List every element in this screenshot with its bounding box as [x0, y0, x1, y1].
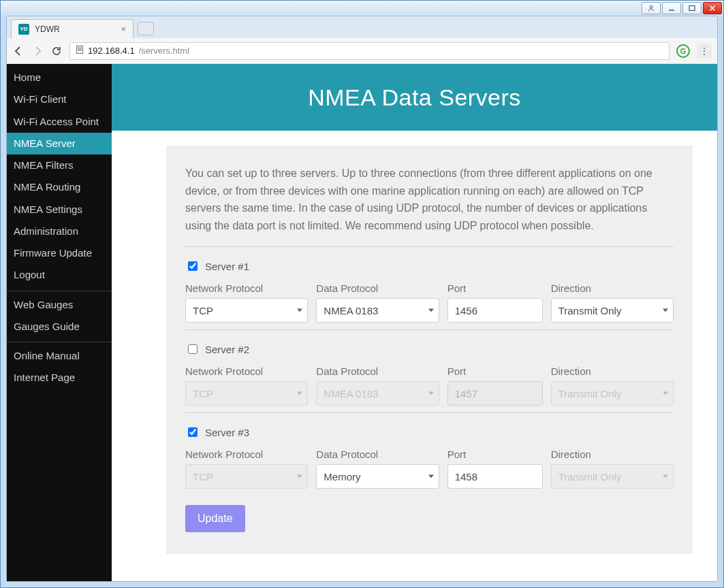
label-port: Port — [447, 448, 543, 460]
page-title: NMEA Data Servers — [308, 84, 521, 111]
close-button[interactable] — [703, 2, 722, 14]
browser-frame: YD YDWR × 192.168.4.1/servers.html — [6, 16, 718, 582]
divider — [185, 246, 674, 247]
url-path: /servers.html — [139, 46, 189, 56]
label-direction: Direction — [551, 282, 674, 294]
sidebar-item-nmea-server[interactable]: NMEA Server — [7, 133, 112, 154]
network-protocol-select[interactable]: TCP — [185, 464, 308, 489]
direction-select[interactable]: Transmit Only — [551, 298, 674, 323]
data-protocol-select[interactable]: NMEA 0183 — [316, 298, 439, 323]
server-enable-checkbox[interactable] — [188, 261, 198, 271]
port-input[interactable] — [447, 464, 543, 489]
label-data-protocol: Data Protocol — [316, 282, 439, 294]
sidebar-item-online-manual[interactable]: Online Manual — [7, 345, 112, 367]
server-enable-checkbox[interactable] — [188, 427, 198, 437]
data-protocol-select[interactable]: NMEA 0183 — [316, 381, 439, 406]
sidebar-item-internet-page[interactable]: Internet Page — [7, 367, 112, 389]
sidebar-item-firmware[interactable]: Firmware Update — [7, 242, 112, 264]
intro-text: You can set up to three servers. Up to t… — [185, 165, 674, 234]
server-head: Server #3 — [185, 425, 674, 439]
server-head: Server #2 — [185, 342, 674, 356]
direction-select[interactable]: Transmit Only — [551, 464, 674, 489]
svg-rect-2 — [689, 6, 695, 11]
os-window: YD YDWR × 192.168.4.1/servers.html — [0, 0, 724, 588]
browser-menu-icon[interactable]: ⋮ — [697, 44, 712, 59]
url-host: 192.168.4.1 — [88, 46, 135, 56]
label-network-protocol: Network Protocol — [185, 448, 308, 460]
user-account-button[interactable] — [642, 2, 661, 14]
page-header: NMEA Data Servers — [112, 64, 717, 131]
tab-title: YDWR — [35, 24, 115, 34]
sidebar-group: Online Manual Internet Page — [7, 345, 112, 393]
sidebar-item-wifi-client[interactable]: Wi-Fi Client — [7, 88, 112, 110]
browser-tab[interactable]: YD YDWR × — [11, 19, 133, 38]
network-protocol-select[interactable]: TCP — [185, 298, 308, 323]
forward-icon[interactable] — [31, 45, 44, 57]
site-info-icon[interactable] — [76, 46, 84, 56]
sidebar-item-nmea-settings[interactable]: NMEA Settings — [7, 199, 112, 220]
label-network-protocol: Network Protocol — [185, 365, 308, 377]
server-title: Server #3 — [205, 427, 249, 438]
label-direction: Direction — [551, 365, 674, 377]
divider — [185, 412, 674, 413]
sidebar-item-wifi-ap[interactable]: Wi-Fi Access Point — [7, 111, 112, 133]
server-block-2: Server #2 Network Protocol TCP Data Prot… — [185, 342, 674, 406]
sidebar-item-gauges-guide[interactable]: Gauges Guide — [7, 316, 112, 338]
label-data-protocol: Data Protocol — [316, 365, 439, 377]
network-protocol-select[interactable]: TCP — [185, 381, 308, 406]
reload-icon[interactable] — [50, 45, 63, 57]
sidebar-group: Web Gauges Gauges Guide — [7, 294, 112, 343]
sidebar-group: Home Wi-Fi Client Wi-Fi Access Point NME… — [7, 67, 112, 291]
update-button[interactable]: Update — [185, 505, 245, 532]
server-title: Server #2 — [205, 344, 249, 355]
sidebar: Home Wi-Fi Client Wi-Fi Access Point NME… — [7, 64, 112, 581]
port-input[interactable] — [447, 381, 543, 406]
page-body: Home Wi-Fi Client Wi-Fi Access Point NME… — [7, 64, 717, 581]
favicon-icon: YD — [18, 24, 29, 35]
label-network-protocol: Network Protocol — [185, 282, 308, 294]
content-area: NMEA Data Servers You can set up to thre… — [112, 64, 717, 581]
port-input[interactable] — [447, 298, 543, 323]
svg-point-0 — [650, 5, 652, 8]
sidebar-item-web-gauges[interactable]: Web Gauges — [7, 294, 112, 316]
os-titlebar — [1, 1, 723, 16]
label-port: Port — [447, 365, 543, 377]
browser-toolbar: 192.168.4.1/servers.html G ⋮ — [7, 38, 717, 64]
server-head: Server #1 — [185, 259, 674, 273]
extension-icon[interactable]: G — [676, 44, 690, 58]
svg-rect-5 — [77, 46, 83, 54]
minimize-button[interactable] — [662, 2, 681, 14]
sidebar-item-home[interactable]: Home — [7, 67, 112, 88]
tab-close-icon[interactable]: × — [121, 24, 126, 34]
tab-strip: YD YDWR × — [7, 16, 717, 38]
label-data-protocol: Data Protocol — [316, 448, 439, 460]
server-block-3: Server #3 Network Protocol TCP Data Prot… — [185, 425, 674, 489]
url-input[interactable]: 192.168.4.1/servers.html — [69, 42, 670, 60]
back-icon[interactable] — [12, 45, 25, 57]
new-tab-button[interactable] — [138, 22, 154, 35]
server-title: Server #1 — [205, 261, 249, 272]
direction-select[interactable]: Transmit Only — [551, 381, 674, 406]
sidebar-item-logout[interactable]: Logout — [7, 264, 112, 286]
sidebar-item-administration[interactable]: Administration — [7, 220, 112, 242]
settings-panel: You can set up to three servers. Up to t… — [166, 146, 693, 554]
sidebar-item-nmea-filters[interactable]: NMEA Filters — [7, 154, 112, 176]
label-direction: Direction — [551, 448, 674, 460]
sidebar-item-nmea-routing[interactable]: NMEA Routing — [7, 176, 112, 198]
divider — [185, 329, 674, 330]
maximize-button[interactable] — [682, 2, 702, 14]
server-enable-checkbox[interactable] — [188, 344, 198, 354]
label-port: Port — [447, 282, 543, 294]
data-protocol-select[interactable]: Memory — [316, 464, 439, 489]
server-block-1: Server #1 Network Protocol TCP Data Prot… — [185, 259, 674, 323]
